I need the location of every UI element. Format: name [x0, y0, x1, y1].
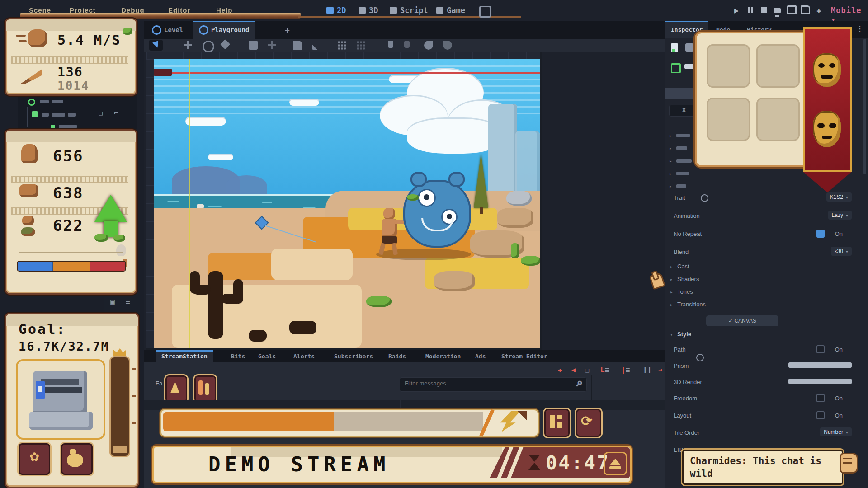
copy-icon[interactable]: ❏	[585, 366, 590, 374]
prop-value-dropdown[interactable]: K1S2▾	[826, 192, 852, 202]
expander-arrow[interactable]: ▸	[670, 289, 673, 295]
script-attach-icon[interactable]: ❏	[99, 108, 103, 117]
game-scene-canvas[interactable]	[154, 59, 540, 348]
grid-view-icon[interactable]: ▣	[110, 297, 115, 306]
bottom-tab-streamstation[interactable]: StreamStation	[156, 350, 213, 362]
expander-arrow[interactable]: ▸	[669, 133, 672, 139]
2d-viewport[interactable]	[146, 52, 542, 351]
layout-button[interactable]	[544, 409, 570, 437]
tab-script[interactable]: Script	[390, 5, 428, 16]
lock-icon[interactable]	[388, 41, 393, 48]
checkbox-checked[interactable]	[816, 230, 825, 238]
money-bag-button[interactable]	[61, 443, 93, 475]
tree-item-label[interactable]	[59, 125, 77, 128]
group-label[interactable]: Transitions	[677, 301, 706, 308]
canvas-section-button[interactable]: ✓ CANVAS	[706, 315, 778, 326]
filter-properties-input[interactable]: x	[669, 105, 695, 117]
unlock-icon[interactable]	[404, 41, 410, 48]
tree-item-label[interactable]	[52, 113, 65, 117]
group-icon[interactable]	[424, 41, 433, 50]
bottom-tab[interactable]: Goals	[252, 350, 282, 362]
list-select-icon[interactable]	[249, 41, 258, 50]
skeleton-icon[interactable]	[443, 41, 452, 50]
scene-tab-playground[interactable]: Playground	[193, 21, 255, 39]
settings-button[interactable]: ✿	[19, 443, 50, 475]
mute-speaker-icon[interactable]: ◀	[571, 366, 576, 374]
select-tool-button[interactable]	[149, 40, 163, 51]
prop-value-dropdown[interactable]: Lazy▾	[828, 211, 852, 220]
tab-game[interactable]: Game	[436, 5, 465, 16]
list-start-icon[interactable]: L≡	[600, 366, 609, 374]
bottom-tab[interactable]: Bits	[225, 350, 251, 362]
item-slot[interactable]	[707, 98, 750, 141]
refresh-button[interactable]: ⟳	[576, 409, 601, 437]
tree-item-label[interactable]	[52, 100, 63, 103]
expander-arrow[interactable]: ▸	[669, 183, 672, 189]
group-label[interactable]: Tones	[677, 288, 693, 295]
folder-icon[interactable]	[685, 43, 693, 52]
target-icon[interactable]	[696, 354, 704, 361]
expander-arrow[interactable]: ▸	[670, 302, 673, 308]
group-label[interactable]: Shaders	[677, 276, 699, 282]
scale-tool-icon[interactable]	[220, 39, 231, 50]
expander-arrow[interactable]: ▸	[669, 158, 672, 164]
eject-button[interactable]	[604, 452, 627, 475]
stop-button[interactable]	[759, 5, 769, 15]
play-button[interactable]: ▶	[731, 5, 741, 15]
export-icon[interactable]	[479, 6, 491, 18]
pause-button[interactable]	[745, 5, 755, 15]
item-slot[interactable]	[707, 44, 750, 88]
tree-item-label[interactable]	[68, 113, 76, 117]
item-slot[interactable]	[756, 98, 800, 141]
record-icon[interactable]: ✚	[558, 366, 562, 374]
tree-item-label[interactable]	[40, 100, 49, 103]
pixel-button-cursor[interactable]	[165, 375, 187, 403]
run-custom-scene-icon[interactable]	[800, 5, 810, 15]
message-filter-input[interactable]: 🔎︎	[400, 377, 587, 392]
run-scene-icon[interactable]	[787, 5, 797, 15]
movie-maker-icon[interactable]: ✚	[814, 5, 824, 15]
list-view-icon[interactable]: ≡	[126, 297, 130, 306]
target-icon[interactable]	[701, 194, 708, 202]
filter-text-field[interactable]	[404, 380, 568, 387]
bottom-tab[interactable]: Raids	[382, 350, 412, 362]
ruler-tool-icon[interactable]	[293, 41, 302, 50]
tab-2d[interactable]: 2D	[326, 5, 346, 16]
checkbox[interactable]	[816, 394, 825, 402]
remote-debug-icon[interactable]	[772, 5, 782, 15]
grid-snap-icon[interactable]	[356, 41, 365, 50]
expander-arrow[interactable]: ▸	[669, 145, 672, 151]
bottom-tab[interactable]: Moderation	[420, 350, 467, 362]
expander-arrow[interactable]: ▸	[670, 264, 673, 270]
list-end-icon[interactable]: |≡	[621, 366, 630, 374]
tab-3d[interactable]: 3D	[359, 5, 378, 16]
bottom-tab[interactable]: Stream Editor	[495, 350, 553, 362]
clear-filter-x[interactable]: x	[682, 106, 686, 113]
checkbox[interactable]	[816, 345, 825, 353]
group-label[interactable]: Cast	[677, 263, 689, 270]
pause-small-icon[interactable]: ❙❙	[643, 366, 651, 374]
section-label[interactable]: Style	[677, 331, 691, 338]
color-bar[interactable]	[788, 362, 852, 368]
kebab-menu-icon[interactable]: ⋮	[856, 24, 863, 33]
scrollbar[interactable]	[863, 39, 866, 174]
prop-value-dropdown[interactable]: Number▾	[820, 427, 852, 436]
scene-tab-level[interactable]: Level	[146, 21, 189, 39]
prop-value-dropdown[interactable]: x30▾	[831, 247, 852, 256]
measure-icon[interactable]	[312, 41, 321, 50]
tree-item-label[interactable]	[42, 113, 49, 117]
snap-options-icon[interactable]	[337, 41, 346, 50]
expander-arrow[interactable]: ▸	[670, 277, 673, 282]
rotate-tool-icon[interactable]	[203, 41, 214, 52]
bottom-tab[interactable]: Ads	[469, 350, 491, 362]
expander-arrow-open[interactable]: ▾	[670, 332, 673, 338]
item-slot[interactable]	[756, 44, 800, 88]
pixel-button-flame[interactable]	[194, 375, 216, 403]
expander-arrow[interactable]: ▸	[669, 171, 672, 177]
forward-icon[interactable]: ➔	[658, 366, 663, 374]
checkbox[interactable]	[816, 411, 825, 419]
pivot-tool-icon[interactable]	[268, 41, 277, 50]
bottom-tab[interactable]: Alerts	[288, 350, 321, 362]
bottom-tab[interactable]: Subscribers	[328, 350, 379, 362]
color-bar[interactable]	[788, 379, 852, 384]
